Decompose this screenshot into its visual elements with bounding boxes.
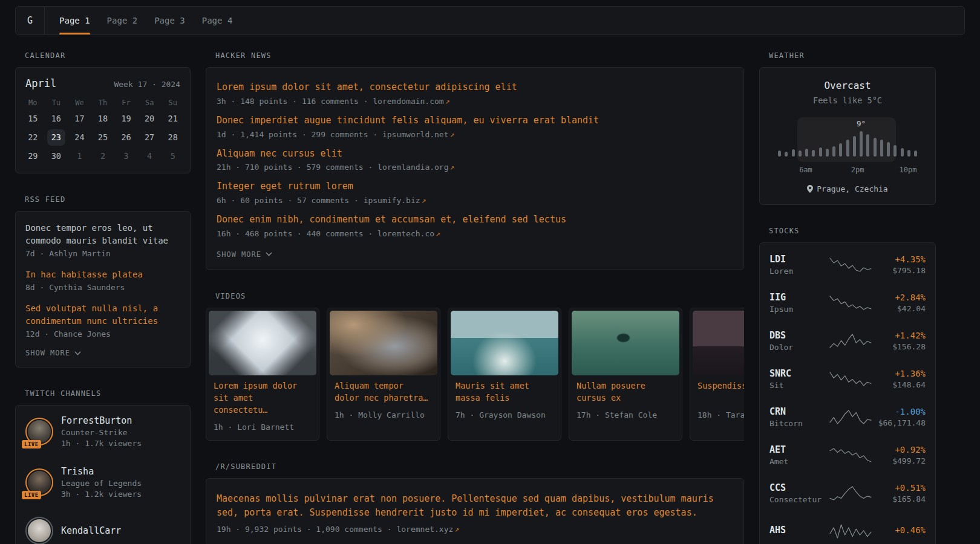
stock-ticker: LDI [769,254,828,265]
temperature-bars [776,112,920,157]
stock-row[interactable]: IIG Ipsum +2.84% $42.04 [769,283,926,322]
hn-domain-link[interactable]: ipsumworld.net↗ [382,130,454,139]
rss-item: Donec tempor eros leo, ut commodo mauris… [25,222,180,258]
video-title[interactable]: Nullam posuere cursus ex [577,380,675,404]
stock-row[interactable]: SNRC Sit +1.36% $148.64 [769,360,926,398]
video-thumbnail[interactable] [451,311,558,375]
calendar-day: 15 [24,111,42,127]
stock-name: Bitcorn [769,419,828,428]
calendar-week-year: Week 17 · 2024 [114,80,180,89]
stock-row[interactable]: DBS Dolor +1.42% $156.28 [769,322,926,360]
time-label: 2pm [851,166,864,174]
rss-item-title[interactable]: Donec tempor eros leo, ut commodo mauris… [25,222,180,247]
video-thumbnail[interactable] [330,311,437,375]
hn-meta-text: 21h · 710 points · 579 comments · [217,163,377,172]
weather-condition: Overcast [769,80,926,91]
tab-page-2[interactable]: Page 2 [99,7,146,34]
external-link-icon: ↗ [422,196,426,205]
top-nav: G Page 1 Page 2 Page 3 Page 4 [15,6,965,35]
stock-row[interactable]: AET Amet +0.92% $499.72 [769,436,926,474]
peak-temperature-label: 9° [857,119,866,128]
twitch-section: TWITCH CHANNELS LIVE ForrestBurton Count… [15,389,191,544]
stock-row[interactable]: CCS Consectetur +0.51% $165.84 [769,474,926,512]
twitch-channel-row[interactable]: LIVE ForrestBurton Counter-Strike 1h · 1… [25,415,180,448]
videos-section: VIDEOS Lorem ipsum dolor sit amet consec… [206,292,744,441]
calendar-day: 18 [94,111,112,127]
time-label: 6am [799,166,812,174]
calendar-day-next-month: 5 [164,148,182,164]
location-pin-icon [807,185,813,193]
calendar-section: CALENDAR April Week 17 · 2024 Mo Tu We T… [15,51,191,173]
hn-show-more-button[interactable]: SHOW MORE [217,250,733,259]
video-thumbnail[interactable] [572,311,679,375]
stock-price: $795.18 [874,266,926,275]
video-title[interactable]: Suspendisse diam [697,380,744,404]
stock-ticker: IIG [769,292,828,303]
calendar-day: 29 [24,148,42,164]
tab-page-3[interactable]: Page 3 [146,7,194,34]
reddit-post-title[interactable]: Maecenas mollis pulvinar erat non posuer… [217,492,733,520]
video-title[interactable]: Aliquam tempor dolor nec pharetra… [335,380,433,404]
stock-sparkline [829,485,872,501]
stock-price: $156.28 [874,342,926,351]
reddit-domain-link[interactable]: loremnet.xyz↗ [396,525,459,534]
hn-domain-link[interactable]: loremtech.co↗ [377,229,440,238]
stock-row[interactable]: LDI Lorem +4.35% $795.18 [769,245,926,283]
stock-row[interactable]: CRN Bitcorn -1.00% $66,171.48 [769,398,926,436]
show-more-label: SHOW MORE [217,250,261,259]
stock-name: Consectetur [769,495,828,504]
calendar-header: April Week 17 · 2024 [16,68,190,89]
hn-story-meta: 1d · 1,414 points · 299 comments · ipsum… [217,130,733,139]
stock-row[interactable]: AHS +0.46% [769,512,926,544]
calendar-day-next-month: 1 [70,148,88,164]
stock-sparkline [829,371,872,387]
hn-meta-text: 1d · 1,414 points · 299 comments · [217,130,382,139]
channel-game: Counter-Strike [61,428,142,437]
hn-story-title[interactable]: Donec enim nibh, condimentum et accumsan… [217,213,733,227]
calendar-day-grid: 15 16 17 18 19 20 21 22 23 24 25 26 27 2… [16,109,190,173]
app-logo[interactable]: G [16,7,45,34]
calendar-day: 25 [94,129,112,146]
rss-show-more-button[interactable]: SHOW MORE [25,349,180,357]
section-title-twitch: TWITCH CHANNELS [25,389,191,398]
video-title[interactable]: Mauris sit amet massa felis [456,380,554,404]
hn-domain-link[interactable]: ipsumify.biz↗ [364,196,426,205]
stock-sparkline [829,447,872,463]
hn-story-title[interactable]: Donec imperdiet augue tincidunt felis al… [217,114,733,128]
twitch-channel-row[interactable]: KendallCarr [25,517,180,544]
video-thumbnail[interactable] [693,311,744,375]
hn-story-title[interactable]: Integer eget rutrum lorem [217,180,733,193]
video-thumbnail[interactable] [209,311,316,375]
stock-ticker: CCS [769,482,828,493]
show-more-label: SHOW MORE [25,349,70,357]
hn-domain-link[interactable]: loremlandia.org↗ [377,163,454,172]
video-meta: 7h · Grayson Dawson [456,410,554,419]
calendar-day-today: 23 [47,129,65,146]
calendar-day: 17 [70,111,88,127]
rss-item-title[interactable]: Sed volutpat nulla nisl, a condimentum n… [25,302,180,328]
video-card: Suspendisse diam 18h · Tara [690,308,744,441]
tab-page-4[interactable]: Page 4 [194,7,241,34]
external-link-icon: ↗ [450,130,455,139]
stock-name: Amet [769,457,828,466]
calendar-day-next-month: 4 [140,148,158,164]
hn-story-title[interactable]: Aliquam nec cursus elit [217,147,733,161]
weather-location: Prague, Czechia [769,184,926,193]
channel-name: Trisha [61,466,142,477]
calendar-day: 27 [140,129,158,146]
hn-story-title[interactable]: Lorem ipsum dolor sit amet, consectetur … [217,81,733,94]
hn-domain-link[interactable]: loremdomain.com↗ [373,97,449,106]
stock-ticker: SNRC [769,368,828,379]
channel-viewers: 3h · 1.2k viewers [61,490,142,499]
tab-page-1[interactable]: Page 1 [51,7,99,34]
stock-price: $66,171.48 [874,418,926,427]
calendar-day: 24 [70,129,88,146]
stock-change: +0.92% [874,445,926,455]
calendar-day: 19 [117,111,136,127]
weather-location-text: Prague, Czechia [817,184,887,193]
stock-ticker: DBS [769,330,828,341]
video-title[interactable]: Lorem ipsum dolor sit amet consectetu… [214,380,312,416]
twitch-channel-row[interactable]: LIVE Trisha League of Legends 3h · 1.2k … [25,466,180,499]
rss-item-title[interactable]: In hac habitasse platea [25,268,180,281]
reddit-post-meta: 19h · 9,932 points · 1,090 comments · lo… [217,525,733,534]
